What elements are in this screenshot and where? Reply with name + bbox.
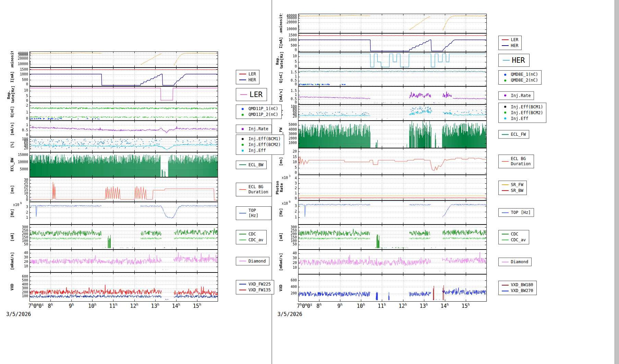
legend-label: VXD_FW225 xyxy=(248,282,271,287)
dot-marker-icon xyxy=(242,149,244,151)
window-scrollbar-strip[interactable] xyxy=(615,0,619,364)
time-tick-label: 9h xyxy=(69,303,74,309)
line-swatch-icon xyxy=(503,60,510,61)
time-tick-label: 13h xyxy=(420,303,428,309)
line-swatch-icon xyxy=(239,189,246,190)
legend-label: Inj.Eff(BCM1) xyxy=(511,104,543,109)
time-tick-label: 12h xyxy=(399,303,407,309)
legend-label: ECL BG Duration xyxy=(511,156,531,167)
legend-column: ECL_FW xyxy=(488,121,615,148)
legend-item: SR_FW xyxy=(502,182,523,187)
chart-row-photon-rate: SR_FWSR_BW xyxy=(272,175,615,201)
time-tick-label: 15h xyxy=(461,303,470,309)
legend-ecl-bg-duration: ECL BG Duration xyxy=(498,155,534,168)
plot-right-photon-rate xyxy=(272,175,488,201)
dot-marker-icon xyxy=(504,112,506,114)
plot-left-vxd xyxy=(0,272,219,302)
dot-marker-icon xyxy=(504,118,506,120)
plot-left-cdc-current xyxy=(0,225,219,250)
legend-label: ECL_FW xyxy=(511,132,526,137)
time-tick-label: 14h xyxy=(172,303,180,309)
line-swatch-icon xyxy=(502,45,509,46)
legend-ecl-bg-duration: ECL BG Duration xyxy=(236,183,272,196)
legend-column: LERHER xyxy=(219,68,271,86)
plot-right-ecl-fw xyxy=(272,121,488,148)
chart-row-cdc-current: CDCCDC_av xyxy=(272,225,615,250)
legend-label: Inj.Eff(BCM1) xyxy=(248,136,281,142)
chart-row-inj-rate: Inj.Rate xyxy=(0,121,271,137)
legend-label: SR_FW xyxy=(511,182,523,187)
legend-item: Inj.Eff(BCM2) xyxy=(502,110,543,115)
legend-charge: QMD11P_1(nC)QMD11P_2(nC) xyxy=(236,105,282,119)
chart-row-ecl-bw: ECL_BW xyxy=(0,152,271,177)
legend-beam-current: LERHER xyxy=(236,70,259,84)
chart-row-vxd: VXD_FW225VXD_FW135 xyxy=(0,272,271,302)
plot-right-diamond xyxy=(272,250,488,274)
line-swatch-icon xyxy=(502,262,509,262)
line-swatch-icon xyxy=(239,290,246,290)
legend-label: LER xyxy=(250,90,263,99)
plot-right-ecl-bg-duration xyxy=(272,148,488,175)
legend-column: LER xyxy=(219,86,271,103)
legend-item: ECL_BW xyxy=(239,162,263,167)
legend-label: HER xyxy=(512,56,525,65)
legend-column xyxy=(488,14,615,33)
time-tick-label: 11h xyxy=(378,303,386,309)
legend-item: Inj.Eff(BCM2) xyxy=(239,142,281,147)
line-swatch-icon xyxy=(239,261,246,262)
plot-right-rep-rate xyxy=(272,52,488,69)
legend-diamond: Diamond xyxy=(236,257,269,265)
line-swatch-icon xyxy=(239,74,246,74)
legend-column: Diamond xyxy=(219,250,271,272)
legend-label: ECL BG Duration xyxy=(248,184,268,195)
time-tick-label: 14h xyxy=(440,303,449,309)
legend-item: HER xyxy=(239,77,256,83)
legend-item: Diamond xyxy=(502,259,529,265)
legend-top-rate: TOP [Hz] xyxy=(236,206,271,220)
chart-row-ecl-bg-duration: ECL BG Duration xyxy=(0,177,271,202)
legend-item: Inj.Eff(BCM1) xyxy=(502,104,543,109)
chart-row-ecl-bg-duration: ECL BG Duration xyxy=(272,148,615,175)
line-swatch-icon xyxy=(239,165,246,165)
legend-label: CDC xyxy=(248,232,256,237)
legend-column: ECL BG Duration xyxy=(219,177,271,202)
legend-label: VXD_FW135 xyxy=(248,288,271,293)
plot-right-vxd xyxy=(272,274,488,302)
legend-item: LER xyxy=(239,72,256,77)
chart-row-inj-eff: Inj.Eff(BCM1)Inj.Eff(BCM2)Inj.Eff xyxy=(0,137,271,152)
line-swatch-icon xyxy=(502,212,509,213)
legend-label: VXD_BW180 xyxy=(511,282,533,288)
legend-item: VXD_FW225 xyxy=(239,282,271,287)
line-swatch-icon xyxy=(239,240,246,240)
legend-item: VXD_FW135 xyxy=(239,288,271,293)
time-tick-label: 8h xyxy=(48,303,53,309)
plot-left-top-rate xyxy=(0,202,219,225)
legend-column: VXD_BW180VXD_BW270 xyxy=(488,274,615,302)
legend-label: CDC xyxy=(511,232,519,237)
legend-item: Inj.Rate xyxy=(239,126,268,132)
chart-row-diamond: Diamond xyxy=(272,250,615,274)
legend-column: CDCCDC_av xyxy=(219,225,271,250)
legend-cdc-current: CDCCDC_av xyxy=(498,230,529,244)
line-swatch-icon xyxy=(502,234,509,234)
legend-charge: QMD8E_1(nC)QMD8E_2(nC) xyxy=(498,70,542,85)
legend-ecl-bw: ECL_BW xyxy=(236,160,267,169)
legend-inj-rate: Inj.Rate xyxy=(236,125,272,133)
legend-label: Inj.Rate xyxy=(511,93,531,98)
legend-label: QMD11P_2(nC) xyxy=(248,112,278,117)
line-swatch-icon xyxy=(502,161,509,162)
legend-item: QMD8E_2(nC) xyxy=(502,78,538,83)
legend-column: ECL BG Duration xyxy=(488,148,615,175)
legend-diamond: Diamond xyxy=(498,258,532,266)
legend-column: Diamond xyxy=(488,250,615,274)
time-tick-label: 13h xyxy=(151,303,159,309)
line-swatch-icon xyxy=(502,184,509,185)
legend-inj-eff: Inj.Eff(BCM1)Inj.Eff(BCM2)Inj.Eff xyxy=(236,135,284,155)
legend-item: Inj.Eff(BCM1) xyxy=(239,136,281,142)
dot-marker-icon xyxy=(242,144,244,146)
chart-row-charge: QMD11P_1(nC)QMD11P_2(nC) xyxy=(0,103,271,121)
legend-vxd: VXD_BW180VXD_BW270 xyxy=(498,281,537,295)
legend-label: QMD8E_1(nC) xyxy=(511,72,538,77)
line-swatch-icon xyxy=(502,190,509,191)
chart-row-diamond: Diamond xyxy=(0,250,271,272)
